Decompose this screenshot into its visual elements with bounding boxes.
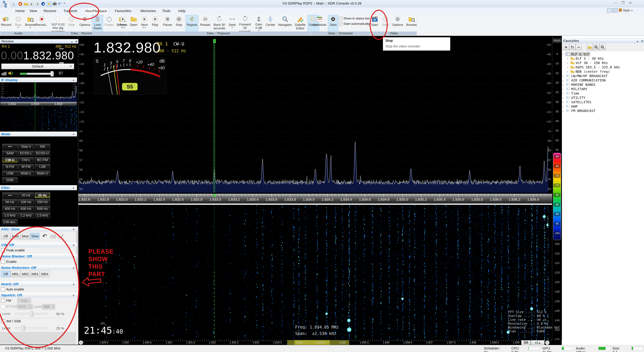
agc-off-button[interactable]: Off bbox=[1, 233, 10, 239]
data-playback-next-button[interactable]: Next►► bbox=[139, 15, 150, 32]
help-icon[interactable] bbox=[18, 2, 22, 7]
data-playback-stop-button[interactable]: Stop bbox=[174, 15, 184, 32]
data-record-vlf-0-10-khz-dig-recording-button[interactable]: VLF 0-10 Khz dig recording bbox=[50, 15, 66, 32]
favourites-item-marine-bands[interactable]: ›MARINE BANDS bbox=[562, 82, 644, 87]
filter-1-5-khz-button[interactable]: 1.5 kHz bbox=[35, 213, 50, 218]
mode-wide-u-button[interactable]: Wide-U bbox=[35, 171, 50, 176]
filter-800-hz-button[interactable]: 800 Hz bbox=[35, 206, 50, 212]
checkbox-start-automatically[interactable]: ✓Start automatically bbox=[339, 22, 370, 26]
mode--button[interactable]: ••• bbox=[2, 144, 18, 149]
filter-20-hz-button[interactable]: 20 Hz bbox=[18, 192, 34, 198]
style-button[interactable]: Style ▼ bbox=[623, 8, 633, 12]
menu-favourites[interactable]: Favourites bbox=[114, 8, 132, 14]
video-options-button[interactable]: Options bbox=[391, 15, 404, 32]
data-playback-back-30-seconds-button[interactable]: Back 30 seconds bbox=[212, 15, 226, 32]
mode-lsb-button[interactable]: LSB bbox=[35, 164, 50, 169]
preset-dropdown[interactable]: Default ▼ bbox=[1, 63, 74, 69]
favourites-item-ham[interactable]: ›HAM bbox=[562, 104, 644, 109]
data-playback-navigator-button[interactable]: Navigator bbox=[277, 15, 293, 32]
data-playback-open-button[interactable]: Open bbox=[128, 15, 139, 32]
if-waterfall[interactable] bbox=[0, 106, 77, 131]
play-icon[interactable]: ▶ bbox=[30, 2, 34, 7]
mode-dsb-button[interactable]: DSB bbox=[2, 177, 18, 183]
mode-usb-button[interactable]: USB bbox=[2, 171, 18, 176]
tree-expand-icon[interactable]: › bbox=[562, 78, 564, 82]
data-scheduler-start-button[interactable]: Start bbox=[328, 15, 338, 32]
favourites-open-button[interactable] bbox=[587, 44, 593, 50]
favourites-item-lw-mw-hf-broadcast[interactable]: ›LW/MW/HF BROADCAST bbox=[562, 74, 644, 78]
favourites-add-button[interactable]: + bbox=[563, 44, 569, 50]
menu-memories[interactable]: Memories bbox=[140, 8, 157, 14]
snapshot-icon[interactable] bbox=[52, 2, 57, 6]
data-playback-seek-button[interactable]: Seek▼ bbox=[227, 15, 237, 32]
data-record-record-button[interactable]: Record... bbox=[34, 15, 50, 32]
minimize-button[interactable]: – bbox=[612, 1, 619, 5]
collapse-icon[interactable]: ▲ bbox=[72, 242, 75, 247]
panel-close-icon[interactable]: ✕ bbox=[75, 39, 78, 43]
favourites-item-air-communication[interactable]: ›AIR COMMUNICATION bbox=[562, 78, 644, 82]
favourites-item-vlf-30-250-khz[interactable]: ›VLF 30 - 250 Khz bbox=[562, 61, 644, 65]
collapse-icon[interactable]: ▲ bbox=[72, 227, 75, 232]
mode-w-fm-button[interactable]: W-FM bbox=[18, 164, 34, 169]
scrollbar-thumb[interactable] bbox=[76, 230, 78, 267]
data-scheduler-schedule-button[interactable]: Schedule bbox=[312, 15, 328, 32]
favourites-item-satellites[interactable]: ›SATELLITES bbox=[562, 100, 644, 104]
spectrum-waterfall-splitter[interactable] bbox=[78, 204, 552, 205]
favourites-item-utility[interactable]: ›UTILITY bbox=[562, 95, 644, 100]
mode-cw-u-button[interactable]: CW-U bbox=[2, 157, 18, 163]
equalizer-icon[interactable] bbox=[2, 71, 6, 75]
favourites-item-elf-3-30-khz[interactable]: ›ELF 3 - 30 Khz bbox=[562, 56, 644, 61]
favourites-panel-header[interactable]: Favourites ▼ ✕ bbox=[562, 38, 644, 43]
favourites-item-dgps-283-5-325-0-khz[interactable]: ›DGPS 283.5 - 325.0 kHz bbox=[562, 65, 644, 69]
filter--button[interactable]: ••• bbox=[2, 192, 18, 198]
audio-record-button[interactable]: Record bbox=[0, 15, 12, 32]
mode-ecss-u-button[interactable]: ECSS-U bbox=[35, 151, 50, 156]
back-icon[interactable]: ◀ bbox=[41, 2, 45, 7]
app-logo-icon[interactable] bbox=[2, 1, 11, 8]
colorbar-auto-button[interactable]: Auto bbox=[552, 38, 562, 43]
checkbox-show-in-status-bar[interactable]: ✓Show in status bar bbox=[339, 16, 370, 21]
tree-expand-icon[interactable]: › bbox=[562, 83, 564, 87]
menu-receive[interactable]: Receive bbox=[42, 8, 57, 14]
panel-menu-icon[interactable]: ▼ bbox=[71, 40, 73, 44]
mode-ecss-l-button[interactable]: ECSS-L bbox=[18, 151, 34, 156]
favourites-item-military[interactable]: ›MILITARY bbox=[562, 87, 644, 91]
data-playback-repeat-button[interactable]: Repeat bbox=[186, 15, 198, 32]
mode-sam-button[interactable]: SAM bbox=[2, 151, 18, 156]
filter-400-hz-button[interactable]: 400 Hz bbox=[2, 206, 18, 212]
data-playback-play-button[interactable]: Play bbox=[150, 15, 160, 32]
close-button[interactable]: × bbox=[627, 1, 634, 5]
data-playback-restart-button[interactable]: Restart bbox=[199, 15, 212, 32]
collapse-icon[interactable]: ▲ bbox=[72, 185, 75, 190]
menu-help[interactable]: Help bbox=[177, 8, 186, 14]
favourites-item-ndb-center-freq[interactable]: ›NDB (center freq) bbox=[562, 69, 644, 74]
tree-expand-icon[interactable]: › bbox=[562, 96, 564, 100]
mode-cw-l-button[interactable]: CW-L bbox=[18, 157, 34, 163]
filter-50-hz-button[interactable]: 50 Hz bbox=[2, 199, 18, 205]
favourites-item-time[interactable]: ›Time bbox=[562, 91, 644, 95]
mode-bc-fm-button[interactable]: BC-FM bbox=[35, 157, 50, 163]
menu-view[interactable]: View bbox=[28, 8, 38, 14]
data-playback-prev-button[interactable]: Prev◄◄ bbox=[118, 15, 128, 32]
tree-expand-icon[interactable]: › bbox=[562, 104, 564, 108]
filter-200-hz-button[interactable]: 200 Hz bbox=[35, 199, 50, 205]
filter-cw-dec-button[interactable]: CW-dec. bbox=[2, 219, 18, 225]
frequency-display[interactable]: 0.001.832.980 bbox=[1, 49, 78, 62]
collapse-icon[interactable]: ▲ bbox=[72, 77, 75, 82]
browse-icon[interactable] bbox=[24, 2, 28, 6]
mode-step-button[interactable]: Step ≡ bbox=[18, 144, 34, 149]
tune-marker-tag[interactable] bbox=[213, 39, 216, 43]
more-icon[interactable]: ▾ bbox=[64, 2, 65, 4]
favourites-refresh-button[interactable]: ↻ bbox=[569, 44, 576, 50]
tree-expand-icon[interactable]: › bbox=[567, 61, 568, 65]
audio-stop-button[interactable]: Stop▼ bbox=[13, 15, 23, 32]
checkbox-box[interactable]: ✓ bbox=[339, 22, 343, 26]
tree-expand-icon[interactable]: › bbox=[562, 100, 564, 104]
mode-am-button[interactable]: AM bbox=[35, 144, 50, 149]
tree-expand-icon[interactable]: › bbox=[567, 56, 568, 60]
tree-expand-icon[interactable]: › bbox=[562, 87, 564, 91]
data-playback-pause-button[interactable]: Pause bbox=[162, 15, 174, 32]
tree-expand-icon[interactable]: › bbox=[567, 65, 568, 69]
tree-expand-icon[interactable]: › bbox=[562, 109, 564, 113]
restore-button[interactable]: ❐ bbox=[620, 1, 626, 5]
